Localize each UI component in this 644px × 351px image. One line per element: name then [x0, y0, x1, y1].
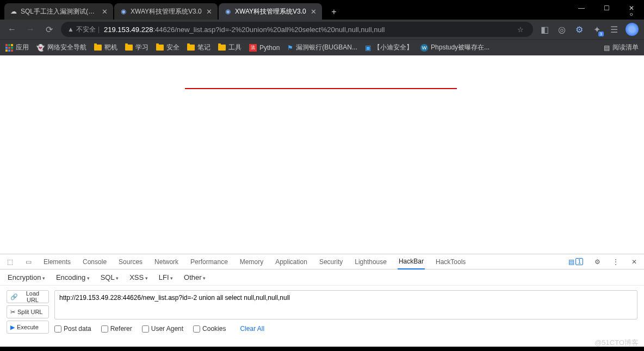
insecure-warning: ▲ 不安全 |: [67, 25, 100, 34]
list-icon: ▤: [604, 44, 610, 52]
menu-encryption[interactable]: Encryption: [8, 273, 45, 281]
devtab-performance[interactable]: Performance: [189, 254, 229, 269]
folder-icon: [125, 45, 133, 51]
bookmark-label: 工具: [228, 43, 242, 52]
user-agent-checkbox[interactable]: User Agent: [142, 325, 183, 333]
execute-label: Execute: [17, 324, 39, 330]
bookmark-item[interactable]: ⚑漏洞银行(BUGBAN...: [287, 43, 357, 52]
menu-lfi[interactable]: LFI: [159, 273, 173, 281]
tab-strip: ☁ SQL手工注入漏洞测试(Sql Serve ✕ ◉ XWAY科技管理系统V3…: [0, 0, 644, 20]
reading-list-button[interactable]: ▤阅读清单: [604, 43, 639, 52]
bookmark-item[interactable]: 流Python: [249, 44, 280, 52]
reading-list-icon[interactable]: ☰: [608, 23, 620, 35]
bookmark-folder[interactable]: 靶机: [94, 43, 117, 52]
devtab-memory[interactable]: Memory: [239, 254, 264, 269]
new-tab-button[interactable]: +: [326, 4, 342, 20]
kebab-icon[interactable]: ⋮: [611, 258, 620, 266]
ext-badge-count: 3: [598, 32, 604, 36]
devtab-security[interactable]: Security: [318, 254, 344, 269]
hackbar-menu: Encryption Encoding SQL XSS LFI Other: [0, 269, 644, 286]
browser-tab-1[interactable]: ◉ XWAY科技管理系统V3.0 ✕: [114, 3, 218, 20]
folder-icon: [94, 45, 102, 51]
extensions-button[interactable]: ✦3: [591, 23, 603, 35]
bookmark-label: Phpstudy被曝存在...: [431, 43, 490, 52]
url-path: /new_list.asp?id=-2%20union%20all%20sele…: [175, 26, 385, 34]
forward-button[interactable]: →: [24, 23, 37, 36]
url-box[interactable]: ▲ 不安全 | 219.153.49.228:44626/new_list.as…: [61, 22, 533, 37]
devtab-elements[interactable]: Elements: [42, 254, 72, 269]
close-icon[interactable]: ✕: [630, 258, 639, 266]
devtab-hackbar[interactable]: HackBar: [398, 254, 425, 269]
reload-button[interactable]: ⟳: [42, 23, 55, 36]
gear-icon[interactable]: ⚙: [593, 258, 602, 266]
devtab-console[interactable]: Console: [82, 254, 108, 269]
user-agent-label: User Agent: [151, 325, 183, 333]
bookmark-folder[interactable]: 安全: [156, 43, 179, 52]
close-icon[interactable]: ✕: [102, 8, 108, 16]
post-data-label: Post data: [64, 325, 91, 333]
browser-tab-0[interactable]: ☁ SQL手工注入漏洞测试(Sql Serve ✕: [4, 3, 113, 20]
load-url-button[interactable]: 🔗Load URL: [7, 290, 49, 303]
devtab-sources[interactable]: Sources: [117, 254, 144, 269]
load-url-label: Load URL: [20, 290, 45, 303]
bookmark-label: 网络安全导航: [47, 43, 86, 52]
close-icon[interactable]: ✕: [311, 8, 317, 16]
window-close[interactable]: ✕: [619, 0, 644, 16]
back-button[interactable]: ←: [5, 23, 18, 36]
split-url-button[interactable]: ✂Split URL: [7, 305, 49, 318]
insecure-label: 不安全: [76, 25, 96, 34]
clear-all-link[interactable]: Clear All: [240, 325, 264, 333]
globe-icon: ◉: [224, 8, 232, 15]
window-maximize[interactable]: ☐: [594, 0, 619, 16]
scissors-icon: ✂: [10, 309, 15, 316]
chat-icon: ▤: [568, 258, 574, 266]
page-content: [0, 55, 644, 254]
hackbar-main: 🔗Load URL ✂Split URL ▶Execute Post data …: [0, 286, 644, 347]
menu-encoding[interactable]: Encoding: [56, 273, 90, 281]
inspect-icon[interactable]: ⬚: [5, 258, 14, 266]
devtab-lighthouse[interactable]: Lighthouse: [354, 254, 388, 269]
horizontal-rule: [185, 88, 457, 89]
profile-avatar[interactable]: [626, 23, 639, 36]
devtab-application[interactable]: Application: [274, 254, 308, 269]
window-minimize[interactable]: —: [569, 0, 594, 16]
extension-icon-3[interactable]: ⚙: [573, 23, 585, 35]
star-icon[interactable]: ☆: [515, 23, 527, 35]
bookmark-label: 学习: [135, 43, 148, 52]
cookies-checkbox[interactable]: Cookies: [193, 325, 226, 333]
tab-title: SQL手工注入漏洞测试(Sql Serve: [21, 7, 98, 16]
python-icon: 流: [249, 44, 257, 52]
extension-icon-2[interactable]: ◎: [556, 23, 568, 35]
bookmark-folder[interactable]: 工具: [218, 43, 242, 52]
bookmark-label: 安全: [166, 43, 179, 52]
devtools-comments[interactable]: ▤1: [568, 258, 583, 266]
menu-xss[interactable]: XSS: [129, 273, 148, 281]
referer-checkbox[interactable]: Referer: [101, 325, 132, 333]
bug-icon: ⚑: [287, 44, 293, 52]
close-icon[interactable]: ✕: [206, 8, 212, 16]
bookmark-item[interactable]: WPhpstudy被曝存在...: [420, 43, 490, 52]
link-icon: 🔗: [10, 293, 18, 300]
bookmark-item[interactable]: 👻网络安全导航: [36, 43, 86, 52]
devtab-hacktools[interactable]: HackTools: [435, 254, 467, 269]
url-text: 219.153.49.228:44626/new_list.asp?id=-2%…: [104, 26, 385, 34]
tv-icon: ▣: [365, 44, 371, 52]
extension-icon-1[interactable]: ◧: [538, 23, 550, 35]
menu-other[interactable]: Other: [184, 273, 206, 281]
hackbar-url-input[interactable]: [54, 290, 637, 319]
bookmark-label: 靶机: [104, 43, 117, 52]
play-icon: ▶: [10, 324, 15, 331]
bookmark-folder[interactable]: 学习: [125, 43, 148, 52]
bookmark-label: 笔记: [197, 43, 210, 52]
bookmark-label: Python: [259, 44, 280, 52]
device-icon[interactable]: ▭: [24, 258, 33, 266]
post-data-checkbox[interactable]: Post data: [54, 325, 91, 333]
menu-sql[interactable]: SQL: [101, 273, 119, 281]
apps-button[interactable]: 应用: [5, 43, 29, 52]
browser-tab-2[interactable]: ◉ XWAY科技管理系统V3.0 ✕: [219, 3, 322, 20]
bookmark-folder[interactable]: 笔记: [187, 43, 210, 52]
bookmark-item[interactable]: ▣【小迪安全】: [365, 43, 413, 52]
execute-button[interactable]: ▶Execute: [7, 321, 49, 334]
devtab-network[interactable]: Network: [153, 254, 179, 269]
bookmark-label: 【小迪安全】: [374, 43, 413, 52]
